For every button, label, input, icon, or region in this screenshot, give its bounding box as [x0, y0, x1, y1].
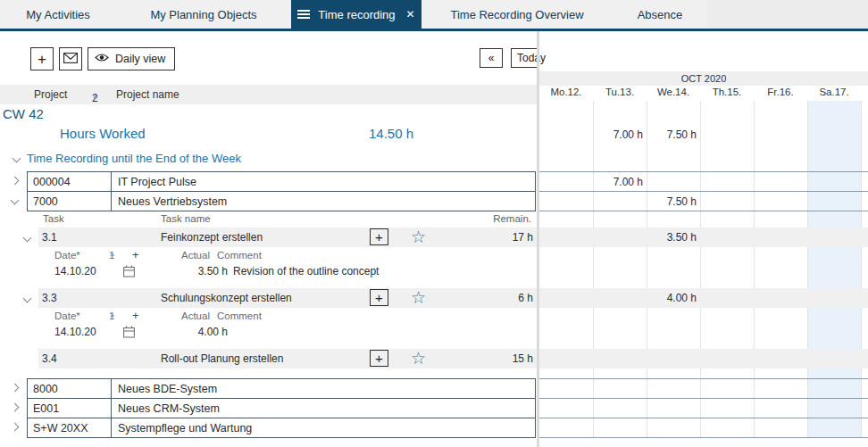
project-name: Systempflege und Wartung	[112, 422, 252, 435]
chevron-down-icon[interactable]	[23, 234, 32, 243]
row-line	[539, 211, 868, 211]
actual-column-header: Actual	[181, 310, 210, 321]
task-column-header: Task	[43, 213, 64, 224]
grid-line	[861, 101, 862, 438]
today-button[interactable]: Today	[511, 48, 538, 68]
entry-comment[interactable]: Revision of the outline concept	[233, 265, 379, 277]
eye-icon	[95, 53, 109, 65]
menu-icon[interactable]	[297, 10, 310, 19]
tab-time-recording[interactable]: Time recording ✕	[291, 0, 421, 29]
grid-line	[593, 101, 594, 438]
project-code: 000004	[28, 172, 112, 191]
day-header: Sa.17.	[807, 87, 861, 97]
day-header: Th.15.	[700, 87, 754, 97]
entry-date[interactable]: 14.10.20	[54, 326, 96, 338]
project-name-column-header[interactable]: Project name	[116, 88, 179, 101]
entry-actual-hours[interactable]: 3.50 h	[161, 265, 228, 277]
task-name: Schulungskonzept erstellen	[161, 292, 292, 304]
date-column-header: Date*	[54, 250, 80, 261]
entry-date[interactable]: 14.10.20	[54, 265, 96, 277]
entry-header-row: Date* 1▲ + Actual Comment	[0, 250, 537, 262]
calendar-icon[interactable]	[123, 326, 135, 341]
tab-label: My Planning Objects	[150, 8, 256, 21]
view-selector[interactable]: Daily view	[88, 47, 175, 70]
add-button[interactable]: +	[30, 47, 54, 70]
remaining-hours: 17 h	[513, 231, 533, 244]
project-group-bottom: 8000 Neues BDE-System E001 Neues CRM-Sys…	[27, 378, 536, 438]
task-row[interactable]: 3.4 Roll-out Planung erstellen + ☆ 15 h	[38, 349, 537, 368]
comment-column-header: Comment	[217, 310, 262, 321]
add-row-icon[interactable]: +	[132, 248, 139, 261]
task-row[interactable]: 3.1 Feinkonzept erstellen + ☆ 17 h	[38, 228, 537, 247]
add-entry-button[interactable]: +	[370, 289, 388, 306]
grid-line	[754, 101, 755, 438]
calendar-icon[interactable]	[123, 265, 135, 280]
project-row[interactable]: 7000 Neues Vertriebsystem	[28, 191, 535, 211]
chevron-right-icon[interactable]	[11, 423, 20, 432]
time-recording-app: My Activities My Planning Objects Time r…	[0, 0, 868, 447]
favorite-star-icon[interactable]: ☆	[411, 288, 426, 308]
project-group-top: 000004 IT Project Pulse 7000 Neues Vertr…	[27, 171, 536, 211]
entry-header-row: Date* 1▲ + Actual Comment	[0, 310, 537, 323]
tab-label: Time Recording Overview	[450, 8, 583, 21]
month-label: OCT 2020	[681, 73, 727, 84]
chevron-right-icon[interactable]	[11, 384, 20, 393]
task-name: Roll-out Planung erstellen	[161, 352, 283, 365]
mail-button[interactable]	[59, 47, 82, 70]
project-name: Neues BDE-System	[112, 383, 217, 395]
favorite-star-icon[interactable]: ☆	[411, 228, 426, 247]
task-row-calendar-strip[interactable]	[539, 288, 868, 308]
chevron-right-icon[interactable]	[11, 177, 20, 186]
project-name: IT Project Pulse	[112, 176, 196, 188]
add-row-icon[interactable]: +	[132, 309, 139, 322]
hours-worked-tuesday: 7.00 h	[593, 128, 643, 141]
chevron-right-icon[interactable]	[11, 403, 20, 412]
chevron-down-icon[interactable]	[13, 154, 21, 163]
project-column-header[interactable]: Project	[34, 88, 67, 101]
tab-bar-underline	[0, 29, 868, 31]
task-row-calendar-strip[interactable]	[539, 349, 868, 368]
chevron-down-icon[interactable]	[23, 294, 32, 303]
month-header: OCT 2020	[539, 71, 868, 86]
grid-line	[807, 101, 808, 438]
tab-label: Time recording	[318, 8, 395, 21]
project-row[interactable]: 8000 Neues BDE-System	[28, 379, 535, 398]
project-row[interactable]: E001 Neues CRM-System	[28, 398, 535, 418]
time-entry-row[interactable]: 14.10.20 3.50 h Revision of the outline …	[0, 265, 537, 279]
project-row[interactable]: S+W 20XX Systempflege und Wartung	[28, 418, 535, 437]
add-entry-button[interactable]: +	[370, 350, 388, 367]
close-icon[interactable]: ✕	[406, 8, 415, 21]
task-code: 3.3	[42, 292, 57, 304]
tab-my-activities[interactable]: My Activities	[0, 0, 116, 29]
project-name: Neues Vertriebsystem	[112, 195, 227, 208]
task-row-calendar-strip[interactable]	[539, 228, 868, 247]
sort-asc-icon: ▲	[92, 92, 98, 100]
task-day-value: 3.50 h	[647, 231, 697, 244]
task-name-column-header: Task name	[161, 213, 211, 224]
chevron-down-icon[interactable]	[11, 196, 20, 205]
row-line	[539, 171, 868, 172]
day-header: Mo.12.	[539, 87, 593, 97]
remain-column-header: Remain.	[493, 213, 531, 224]
entry-actual-hours[interactable]: 4.00 h	[161, 326, 228, 338]
remaining-hours: 6 h	[518, 292, 533, 304]
row-line	[539, 437, 868, 438]
grid-line	[700, 101, 701, 438]
tab-my-planning-objects[interactable]: My Planning Objects	[116, 0, 291, 29]
tab-absence[interactable]: Absence	[613, 0, 707, 29]
previous-week-button[interactable]: «	[480, 48, 503, 68]
plus-icon: +	[375, 352, 383, 365]
task-header-row: Task Task name Remain.	[0, 213, 537, 226]
time-entry-row[interactable]: 14.10.20 4.00 h	[0, 326, 537, 340]
envelope-icon	[63, 53, 78, 66]
project-row[interactable]: 000004 IT Project Pulse	[28, 172, 535, 191]
task-row[interactable]: 3.3 Schulungskonzept erstellen + ☆ 6 h	[38, 288, 537, 308]
task-name: Feinkonzept erstellen	[161, 231, 263, 244]
add-entry-button[interactable]: +	[370, 228, 388, 245]
grid-line	[647, 101, 647, 438]
plus-icon: +	[375, 291, 383, 304]
favorite-star-icon[interactable]: ☆	[411, 349, 426, 368]
tab-time-recording-overview[interactable]: Time Recording Overview	[421, 0, 613, 29]
section-title[interactable]: Time Recording until the End of the Week	[27, 152, 241, 165]
plus-icon: +	[38, 52, 46, 67]
